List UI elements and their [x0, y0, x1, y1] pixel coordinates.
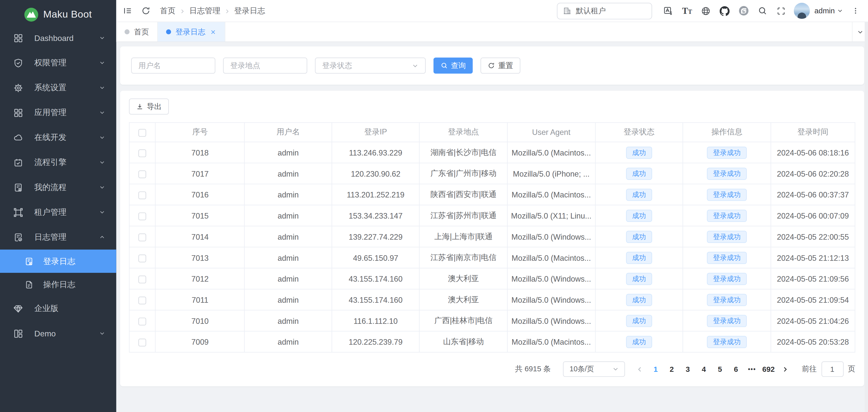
info-badge[interactable]: 登录成功 — [707, 315, 747, 326]
app-title: Maku Boot — [43, 8, 92, 20]
sidebar-item-label: 登录日志 — [43, 256, 75, 266]
prev-page-button[interactable] — [636, 366, 643, 373]
row-checkbox[interactable] — [138, 212, 146, 220]
info-badge[interactable]: 登录成功 — [707, 251, 747, 263]
table-panel: 导出 序号 用户名 登录IP 登录地点 User — [120, 91, 864, 386]
more-options-icon[interactable] — [851, 6, 860, 15]
status-badge: 成功 — [626, 273, 652, 285]
row-checkbox[interactable] — [138, 275, 146, 283]
sidebar-item-system-settings[interactable]: 系统设置 — [0, 75, 116, 100]
sidebar-item-label: 应用管理 — [34, 107, 99, 118]
info-badge[interactable]: 登录成功 — [707, 188, 747, 200]
last-page-number[interactable]: 692 — [762, 365, 775, 373]
cell-seq: 7014 — [155, 226, 245, 247]
reset-button[interactable]: 重置 — [480, 58, 521, 73]
select-all-checkbox[interactable] — [138, 129, 146, 137]
page-number[interactable]: 4 — [698, 365, 710, 373]
sidebar-item-operation-log[interactable]: 操作日志 — [0, 273, 116, 296]
tab-login-log[interactable]: 登录日志 — [158, 22, 225, 41]
cell-user-agent: Mozilla/5.0 (Windows... — [507, 289, 595, 310]
github-icon[interactable] — [715, 2, 734, 19]
info-badge[interactable]: 登录成功 — [707, 210, 747, 222]
status-select[interactable]: 登录状态 — [315, 58, 426, 73]
main-area: 首页 日志管理 登录日志 默认租户 TT — [116, 0, 868, 412]
cell-time: 2024-05-05 21:09:56 — [771, 268, 855, 289]
diamond-icon — [13, 304, 23, 314]
sidebar-item-label: 在线开发 — [34, 132, 99, 143]
cell-user-agent: Mozilla/5.0 (Windows... — [507, 268, 595, 289]
page-number[interactable]: 3 — [682, 365, 693, 373]
row-checkbox[interactable] — [138, 149, 146, 157]
export-button[interactable]: 导出 — [129, 98, 169, 115]
username-label[interactable]: admin — [814, 6, 835, 15]
refresh-icon — [488, 62, 495, 69]
sidebar-item-login-log[interactable]: 登录日志 — [0, 250, 116, 273]
font-size-icon[interactable]: TT — [678, 2, 696, 19]
next-page-button[interactable] — [781, 366, 788, 373]
row-checkbox[interactable] — [138, 191, 146, 199]
search-icon[interactable] — [753, 2, 772, 19]
globe-icon[interactable] — [696, 2, 715, 19]
page-number[interactable]: 5 — [714, 365, 726, 373]
table-header-row: 序号 用户名 登录IP 登录地点 User Agent 登录状态 操作信息 登录… — [129, 123, 855, 142]
cell-seq: 7017 — [155, 163, 245, 184]
search-button[interactable]: 查询 — [434, 58, 473, 73]
sidebar-item-label: 操作日志 — [43, 279, 75, 290]
table-row: 7015 admin 153.34.233.147 江苏省|苏州市|联通 Moz… — [129, 205, 855, 226]
page-size-select[interactable]: 10条/页 — [563, 361, 625, 377]
chevron-down-icon — [99, 159, 105, 165]
info-badge[interactable]: 登录成功 — [707, 230, 747, 243]
collapse-sidebar-icon[interactable] — [123, 6, 132, 15]
info-badge[interactable]: 登录成功 — [707, 336, 747, 348]
gitee-icon[interactable] — [734, 2, 753, 19]
goto-page-input[interactable] — [821, 361, 843, 377]
translate-icon[interactable] — [659, 2, 678, 19]
scrollbar-track[interactable] — [865, 22, 868, 412]
tab-home[interactable]: 首页 — [116, 22, 158, 41]
refresh-icon[interactable] — [141, 6, 151, 15]
cell-info: 登录成功 — [683, 289, 771, 310]
sidebar-item-enterprise[interactable]: 企业版 — [0, 296, 116, 321]
cell-status: 成功 — [595, 205, 683, 226]
breadcrumb-home[interactable]: 首页 — [160, 6, 176, 16]
row-checkbox[interactable] — [138, 296, 146, 304]
breadcrumb-log-management[interactable]: 日志管理 — [189, 6, 220, 16]
sidebar-item-log-management[interactable]: 日志管理 — [0, 225, 116, 250]
sidebar-item-my-flows[interactable]: 我的流程 — [0, 175, 116, 200]
page-number[interactable]: 6 — [730, 365, 742, 373]
row-checkbox[interactable] — [138, 233, 146, 241]
page-number[interactable]: 1 — [650, 365, 661, 373]
table-row: 7017 admin 120.230.90.62 广东省|广州市|移动 Mozi… — [129, 163, 855, 184]
fullscreen-icon[interactable] — [772, 2, 790, 19]
status-badge: 成功 — [626, 230, 652, 243]
sidebar-menu: Dashboard 权限管理 系统设置 应用管理 在线开发 — [0, 25, 116, 412]
app-logo[interactable]: Maku Boot — [0, 3, 116, 25]
row-checkbox[interactable] — [138, 318, 146, 325]
sidebar-item-demo[interactable]: Demo — [0, 321, 116, 346]
row-checkbox[interactable] — [138, 170, 146, 178]
sidebar-item-permissions[interactable]: 权限管理 — [0, 50, 116, 75]
info-badge[interactable]: 登录成功 — [707, 273, 747, 285]
info-badge[interactable]: 登录成功 — [707, 167, 747, 179]
info-badge[interactable]: 登录成功 — [707, 294, 747, 306]
sidebar-item-tenant-management[interactable]: 租户管理 — [0, 200, 116, 225]
cell-user-agent: Mozilla/5.0 (iPhone; ... — [507, 163, 595, 184]
sidebar-item-dashboard[interactable]: Dashboard — [0, 25, 116, 50]
sidebar-item-applications[interactable]: 应用管理 — [0, 100, 116, 125]
page-number[interactable]: 2 — [666, 365, 678, 373]
info-badge[interactable]: 登录成功 — [707, 147, 747, 159]
username-input[interactable] — [138, 62, 208, 70]
more-pages-icon[interactable]: ••• — [746, 366, 758, 372]
row-checkbox[interactable] — [138, 254, 146, 262]
cell-username: admin — [245, 310, 332, 331]
row-checkbox[interactable] — [138, 339, 146, 346]
avatar[interactable] — [794, 3, 810, 19]
sidebar-item-workflow-engine[interactable]: 流程引擎 — [0, 150, 116, 175]
status-badge: 成功 — [626, 210, 652, 222]
close-icon[interactable] — [210, 28, 216, 35]
cell-username: admin — [245, 268, 332, 289]
sidebar-item-online-dev[interactable]: 在线开发 — [0, 125, 116, 150]
tenant-select[interactable]: 默认租户 — [557, 2, 652, 19]
location-input[interactable] — [230, 62, 300, 70]
cell-user-agent: Mozilla/5.0 (Windows... — [507, 310, 595, 331]
